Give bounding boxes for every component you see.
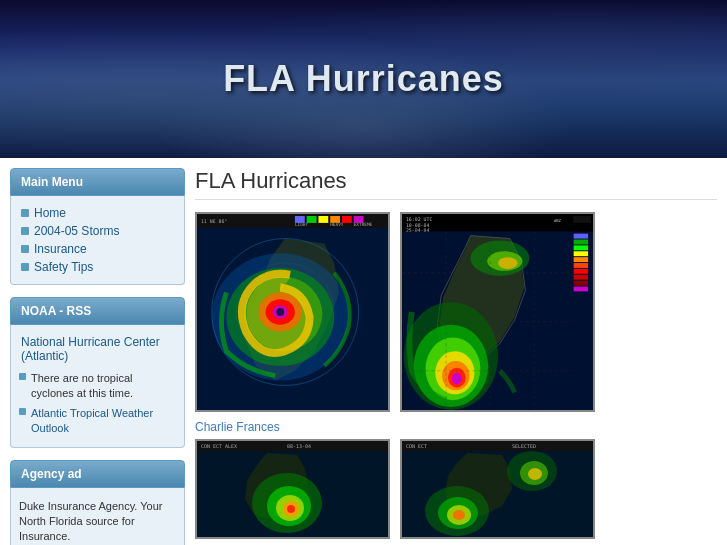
main-menu-content: Home 2004-05 Storms Insurance Safety Tip… — [10, 196, 185, 285]
svg-rect-4 — [318, 216, 328, 223]
svg-point-61 — [452, 373, 462, 385]
svg-text:HEAVY: HEAVY — [330, 222, 344, 227]
main-menu-header: Main Menu — [10, 168, 185, 196]
svg-text:LIGHT: LIGHT — [295, 222, 309, 227]
sidebar-item-safety-label: Safety Tips — [34, 260, 93, 274]
noaa-content: National Hurricane Center (Atlantic) The… — [10, 325, 185, 448]
sidebar-item-home[interactable]: Home — [17, 204, 178, 222]
bullet-icon — [21, 227, 29, 235]
svg-rect-33 — [573, 245, 588, 250]
svg-rect-39 — [573, 263, 588, 268]
svg-text:CON ECT: CON ECT — [406, 443, 427, 449]
header-title: FLA Hurricanes — [223, 58, 504, 100]
noaa-nhc-label: National Hurricane Center (Atlantic) — [21, 335, 174, 363]
svg-rect-41 — [573, 269, 588, 274]
svg-rect-43 — [573, 275, 588, 280]
main-menu-section: Main Menu Home 2004-05 Storms Insurance … — [10, 168, 185, 285]
svg-text:11 NE 86°: 11 NE 86° — [201, 218, 227, 224]
bullet-icon — [21, 263, 29, 271]
svg-point-89 — [453, 510, 465, 520]
content-area: FLA Hurricanes 11 NE 86° LIGHT HEAVY — [195, 168, 717, 545]
sidebar-item-storms[interactable]: 2004-05 Storms — [17, 222, 178, 240]
noaa-header: NOAA - RSS — [10, 297, 185, 325]
image-grid-bottom: CON ECT ALEX 08-13-04 CON ECT SELECTED — [195, 439, 717, 539]
sidebar: Main Menu Home 2004-05 Storms Insurance … — [10, 168, 185, 545]
svg-point-92 — [528, 468, 542, 480]
svg-point-64 — [498, 257, 518, 269]
svg-rect-81 — [402, 441, 595, 451]
svg-text:08-13-04: 08-13-04 — [287, 443, 311, 449]
svg-rect-45 — [573, 281, 588, 286]
svg-rect-3 — [307, 216, 317, 223]
agency-text: Duke Insurance Agency. Your North Florid… — [17, 496, 178, 545]
svg-point-80 — [287, 505, 295, 513]
sidebar-item-storms-label: 2004-05 Storms — [34, 224, 119, 238]
radar-image-2: 16:02 UTC 10-08-04 25-04-04 dBZ 5 20 30 … — [400, 212, 595, 412]
radar-image-3: CON ECT ALEX 08-13-04 — [195, 439, 390, 539]
radar-image-4: CON ECT SELECTED — [400, 439, 595, 539]
agency-content: Duke Insurance Agency. Your North Florid… — [10, 488, 185, 545]
bullet-icon — [21, 209, 29, 217]
page-title: FLA Hurricanes — [195, 168, 717, 200]
caption-link[interactable]: Charlie Frances — [195, 420, 717, 434]
bullet-icon — [19, 373, 26, 380]
noaa-nhc-link[interactable]: National Hurricane Center (Atlantic) — [17, 333, 178, 365]
sidebar-item-safety[interactable]: Safety Tips — [17, 258, 178, 276]
svg-rect-27 — [573, 216, 591, 223]
svg-text:dBZ: dBZ — [554, 218, 562, 223]
svg-rect-29 — [573, 234, 588, 239]
svg-rect-31 — [573, 240, 588, 245]
svg-text:CON ECT    ALEX: CON ECT ALEX — [201, 443, 237, 449]
noaa-notice-text: There are no tropical cyclones at this t… — [31, 371, 176, 402]
image-grid-top: 11 NE 86° LIGHT HEAVY EXTREME — [195, 212, 717, 412]
svg-text:EXTREME: EXTREME — [354, 222, 373, 227]
radar-image-1: 11 NE 86° LIGHT HEAVY EXTREME — [195, 212, 390, 412]
noaa-outlook-item[interactable]: Atlantic Tropical Weather Outlook — [17, 404, 178, 439]
main-layout: Main Menu Home 2004-05 Storms Insurance … — [0, 158, 727, 545]
noaa-notice-item: There are no tropical cyclones at this t… — [17, 369, 178, 404]
agency-header: Agency ad — [10, 460, 185, 488]
sidebar-item-insurance-label: Insurance — [34, 242, 87, 256]
sidebar-item-home-label: Home — [34, 206, 66, 220]
svg-rect-35 — [573, 251, 588, 256]
sidebar-item-insurance[interactable]: Insurance — [17, 240, 178, 258]
noaa-outlook-label: Atlantic Tropical Weather Outlook — [31, 406, 176, 437]
svg-rect-47 — [573, 287, 588, 292]
svg-point-22 — [276, 308, 284, 316]
svg-rect-37 — [573, 257, 588, 262]
header-banner: FLA Hurricanes — [0, 0, 727, 158]
bullet-icon — [19, 408, 26, 415]
agency-section: Agency ad Duke Insurance Agency. Your No… — [10, 460, 185, 545]
svg-text:SELECTED: SELECTED — [512, 443, 536, 449]
bullet-icon — [21, 245, 29, 253]
noaa-section: NOAA - RSS National Hurricane Center (At… — [10, 297, 185, 448]
svg-rect-6 — [342, 216, 352, 223]
